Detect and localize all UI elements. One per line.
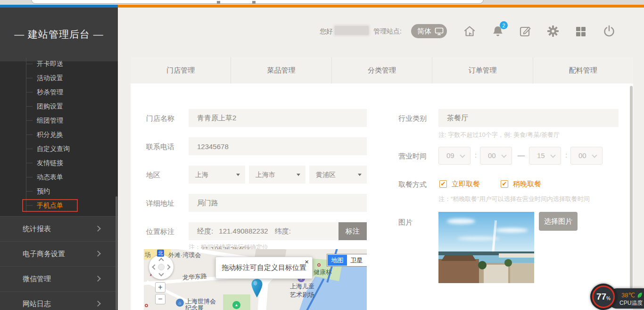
section-label: 电子商务设置 (23, 250, 65, 258)
map-tooltip: 拖动标注可自定义目标位置 × (215, 257, 313, 279)
sidebar-item-group-manage[interactable]: 组团管理 (0, 113, 118, 127)
browser-icon (252, 1, 256, 4)
coordinates-box[interactable]: 经度: 121.490882232 纬度: 31.1952626403 (189, 222, 339, 240)
map-pin-icon[interactable] (251, 278, 263, 298)
tab-dish-manage[interactable]: 菜品管理 (231, 57, 331, 84)
chevron-right-icon (95, 301, 101, 307)
tab-category-manage[interactable]: 分类管理 (331, 57, 432, 84)
sidebar-item-seckill[interactable]: 秒杀管理 (0, 85, 118, 99)
map-zoom-out-button[interactable]: − (155, 294, 165, 304)
sidebar-item-activity[interactable]: 活动设置 (0, 71, 118, 85)
sidebar-item-links[interactable]: 友情链接 (0, 156, 118, 170)
pickup-now-label[interactable]: 立即取餐 (452, 180, 480, 189)
power-logout-icon[interactable] (603, 25, 616, 38)
mark-location-button[interactable]: 标注 (339, 222, 367, 240)
image-label: 图片 (398, 218, 413, 227)
city-select[interactable]: 上海市 (249, 166, 305, 184)
start-minute-select[interactable]: 00 (480, 147, 512, 165)
province-value: 上海 (195, 171, 208, 178)
photo-waterfront (499, 253, 534, 258)
address-input[interactable] (189, 194, 367, 212)
district-select[interactable]: 黄浦区 (309, 166, 367, 184)
location-label: 位置标注 (146, 227, 174, 236)
cpu-temperature: 38℃ (621, 292, 635, 299)
store-name-input[interactable] (189, 109, 367, 127)
sidebar-item-custom-query[interactable]: 自定义查询 (0, 142, 118, 156)
pickup-later-label[interactable]: 稍晚取餐 (513, 180, 541, 189)
map-pan-control[interactable] (149, 255, 173, 279)
phone-input[interactable] (189, 137, 367, 155)
map-view-button[interactable]: 地图 (328, 255, 347, 266)
satellite-view-button[interactable]: 卫星 (347, 255, 366, 266)
tooltip-text: 拖动标注可自定义目标位置 (222, 263, 306, 272)
sidebar-item-groupbuy[interactable]: 团购设置 (0, 99, 118, 113)
app-title: — 建站管理后台 — (0, 8, 118, 61)
photo-sky (438, 212, 534, 255)
choose-image-button[interactable]: 选择图片 (539, 212, 578, 231)
longitude-label: 经度: (197, 227, 213, 235)
pickup-note: 注：“稍晚取餐”用户可以选择在营业时间内选择取餐时间 (438, 195, 590, 203)
apps-grid-icon[interactable] (574, 25, 587, 38)
language-label: 简体 (417, 27, 431, 36)
tab-store-manage[interactable]: 门店管理 (131, 57, 231, 84)
map-label-road: 龙华东路 (182, 272, 207, 282)
photo-cloud (495, 228, 528, 233)
industry-input[interactable] (438, 109, 619, 127)
time-dash: — (518, 151, 525, 159)
pan-up-icon[interactable] (158, 258, 164, 263)
section-label: 统计报表 (23, 225, 51, 233)
pan-down-icon[interactable] (158, 271, 164, 276)
store-name-label: 门店名称 (146, 114, 174, 123)
poi-dot (145, 304, 148, 307)
sidebar-section-statistics[interactable]: 统计报表 (0, 216, 118, 241)
start-hour-select[interactable]: 09 (438, 147, 471, 165)
dropdown-arrow-icon (358, 174, 362, 176)
map-zoom-in-button[interactable]: + (155, 282, 165, 293)
redacted-username (335, 26, 369, 35)
province-select[interactable]: 上海 (189, 166, 245, 184)
greeting-text: 您好 (320, 27, 333, 36)
sidebar-section-wechat[interactable]: 微信管理 (0, 266, 118, 291)
browser-address-bar[interactable] (31, 0, 484, 4)
pickup-now-checkbox[interactable]: ✔ (439, 180, 447, 188)
manage-site-label: 管理站点: (373, 27, 402, 36)
edit-compose-icon[interactable] (519, 25, 532, 38)
sidebar-item-booking[interactable]: 预约 (0, 184, 118, 198)
sidebar-item-dynamic-form[interactable]: 动态表单 (0, 170, 118, 184)
sidebar-item-points[interactable]: 积分兑换 (0, 127, 118, 142)
cpu-percent-sign: % (606, 296, 611, 301)
pickup-later-checkbox[interactable]: ✔ (501, 180, 508, 188)
chevron-down-icon (592, 152, 597, 158)
home-icon[interactable] (463, 25, 476, 38)
cpu-widget-label: CPU温度 (619, 299, 643, 307)
tooltip-close-icon[interactable]: × (305, 258, 309, 266)
settings-gear-icon[interactable] (546, 25, 560, 38)
pan-right-icon[interactable] (165, 264, 170, 269)
tab-ingredient-manage[interactable]: 配料管理 (533, 57, 633, 84)
map-canvas[interactable]: 场 外滩·湾璞会 龙华东路 健康林 上海儿童 艺术剧场 上海世博会 纪念展 ♪ … (144, 249, 367, 310)
browser-icon (217, 1, 220, 4)
map-label-child-1: 上海儿童 (290, 282, 314, 291)
cpu-usage-gauge[interactable]: 77 % (590, 284, 617, 310)
sidebar-section-ecommerce[interactable]: 电子商务设置 (0, 241, 118, 266)
sidebar-scrollbar[interactable] (116, 196, 117, 310)
accent-bar-right (118, 5, 644, 8)
chevron-right-icon (95, 226, 101, 232)
dropdown-arrow-icon (236, 174, 240, 176)
end-minute-value: 00 (578, 151, 586, 159)
tab-order-manage[interactable]: 订单管理 (432, 57, 532, 84)
pan-left-icon[interactable] (152, 264, 157, 269)
time-colon: : (475, 151, 477, 159)
end-hour-select[interactable]: 15 (529, 147, 561, 165)
dropdown-arrow-icon (297, 174, 300, 176)
photo-building (510, 263, 534, 283)
map-label-bund: 外滩·湾璞会 (168, 251, 201, 260)
sidebar-item-card-gift[interactable]: 开卡即送 (0, 57, 118, 71)
end-minute-select[interactable]: 00 (570, 147, 603, 165)
content-scrollbar[interactable] (630, 86, 633, 289)
sidebar-section-site-log[interactable]: 网站日志 (0, 291, 118, 310)
cpu-percent: 77 (596, 292, 606, 302)
industry-label: 行业类别 (398, 114, 427, 123)
city-value: 上海市 (256, 171, 275, 178)
language-switch-button[interactable]: 简体 (411, 24, 447, 38)
